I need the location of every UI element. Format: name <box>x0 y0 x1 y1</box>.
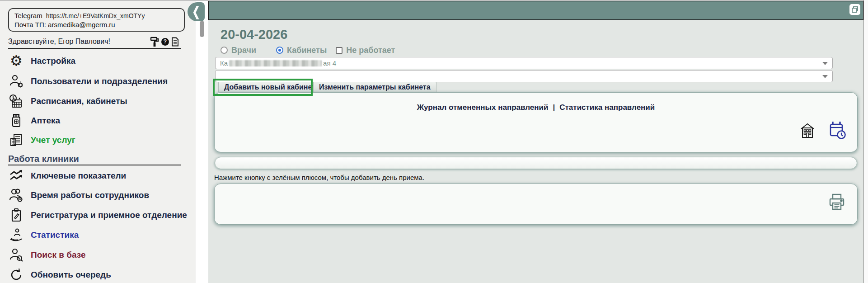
sidebar-item-services-accounting[interactable]: Учет услуг <box>8 130 189 150</box>
pharmacy-icon <box>8 113 24 129</box>
chevron-left-icon: ❮ <box>192 5 200 19</box>
statistics-hand-icon <box>8 227 24 243</box>
schedule-calendar-icon <box>8 93 24 109</box>
greeting-text: Здравствуйте, Егор Павлович! <box>8 38 110 46</box>
divider <box>8 165 181 165</box>
main-top-bar <box>208 1 863 20</box>
sidebar-item-label: Учет услуг <box>31 135 75 145</box>
building-icon[interactable] <box>798 122 816 140</box>
sidebar-item-key-metrics[interactable]: Ключевые показатели <box>8 166 189 186</box>
referral-stats-link[interactable]: Статистика направлений <box>559 103 655 112</box>
window-restore-icon <box>852 6 858 13</box>
date-heading: 20-04-2026 <box>221 27 287 42</box>
chevron-down-icon <box>822 62 828 65</box>
gear-icon: ⚙ <box>8 53 24 69</box>
window-restore-button[interactable] <box>849 4 860 15</box>
redacted-text-block <box>229 60 322 66</box>
sidebar-item-label: Аптека <box>31 116 60 126</box>
sidebar-item-label: Ключевые показатели <box>31 171 126 181</box>
content: 20-04-2026 Врачи Кабинеты Не работает Ка… <box>208 20 863 283</box>
secondary-select[interactable] <box>215 70 833 82</box>
user-search-icon <box>8 247 24 263</box>
collapsed-section-bar[interactable] <box>215 157 857 169</box>
key-metrics-icon <box>8 168 24 184</box>
sidebar-item-registry[interactable]: Регистратура и приемное отделение <box>8 205 189 225</box>
main-area: 20-04-2026 Врачи Кабинеты Не работает Ка… <box>208 1 863 283</box>
doctors-radio[interactable] <box>221 47 228 54</box>
calendar-clock-icon[interactable] <box>827 120 847 141</box>
mode-switch-row: Врачи Кабинеты Не работает <box>221 45 395 55</box>
hint-text: Нажмите кнопку с зелёным плюсом, чтобы д… <box>214 174 424 181</box>
registry-clipboard-icon <box>8 207 24 223</box>
chevron-down-icon <box>822 75 828 78</box>
page-scrollbar-track[interactable] <box>863 0 868 283</box>
location-select[interactable]: Каая 4 <box>215 57 833 69</box>
sidebar-item-label: Обновить очередь <box>31 270 111 280</box>
sidebar: Telegramhttps://t.me/+E9VatKmDx_xmOTYy П… <box>0 1 196 283</box>
sidebar-item-label: Поиск в базе <box>31 250 86 260</box>
sidebar-item-database-search[interactable]: Поиск в базе <box>8 245 189 265</box>
support-info-box: Telegramhttps://t.me/+E9VatKmDx_xmOTYy П… <box>8 8 185 32</box>
not-working-checkbox[interactable] <box>336 47 343 54</box>
sidebar-item-schedules-cabinets[interactable]: Расписания, кабинеты <box>8 91 189 111</box>
add-cabinet-button[interactable]: Добавить новый кабинет <box>218 82 321 93</box>
location-select-value-suffix: ая 4 <box>323 59 336 67</box>
sidebar-item-label: Настройка <box>31 56 75 66</box>
sidebar-item-working-hours[interactable]: Время работы сотрудников <box>8 185 189 205</box>
greeting-icons: ? <box>150 37 182 47</box>
sidebar-scrollbar-thumb[interactable] <box>200 21 204 37</box>
mgerm-app: Telegramhttps://t.me/+E9VatKmDx_xmOTYy П… <box>0 0 868 283</box>
sidebar-item-settings[interactable]: ⚙ Настройка <box>8 51 189 71</box>
section-header-clinic-work: Работа клиники <box>8 154 79 164</box>
printer-icon[interactable] <box>827 193 847 214</box>
sidebar-item-refresh-queue[interactable]: Обновить очередь <box>8 265 189 283</box>
sidebar-item-label: Время работы сотрудников <box>31 190 149 200</box>
referral-links-row: Журнал отмененных направлений|Статистика… <box>215 103 857 112</box>
location-select-value-prefix: Ка <box>220 59 228 67</box>
telegram-link[interactable]: https://t.me/+E9VatKmDx_xmOTYy <box>46 12 145 19</box>
divider <box>8 48 181 49</box>
cabinets-radio-label[interactable]: Кабинеты <box>287 46 327 55</box>
sidebar-scrollbar-track[interactable] <box>196 1 208 283</box>
sidebar-item-label: Расписания, кабинеты <box>31 96 127 106</box>
not-working-checkbox-label[interactable]: Не работает <box>346 46 395 55</box>
sidebar-item-statistics[interactable]: Статистика <box>8 225 189 245</box>
referrals-panel: Журнал отмененных направлений|Статистика… <box>214 92 858 152</box>
cancelled-referrals-link[interactable]: Журнал отмененных направлений <box>417 103 549 112</box>
sidebar-item-label: Регистратура и приемное отделение <box>31 210 187 220</box>
support-email-line: Почта ТП: arsmedika@mgerm.ru <box>14 20 178 29</box>
edit-cabinet-button[interactable]: Изменить параметры кабинета <box>313 82 436 93</box>
reception-days-panel <box>214 184 858 225</box>
sidebar-item-pharmacy[interactable]: Аптека <box>8 111 189 131</box>
document-icon[interactable] <box>171 37 179 47</box>
telegram-line: Telegramhttps://t.me/+E9VatKmDx_xmOTYy <box>14 11 178 20</box>
cabinets-radio[interactable] <box>276 47 283 54</box>
links-separator: | <box>553 103 555 112</box>
sidebar-item-label: Пользователи и подразделения <box>31 76 168 86</box>
users-settings-icon <box>8 73 24 90</box>
paint-roller-icon[interactable] <box>150 37 159 47</box>
help-icon[interactable]: ? <box>161 38 169 46</box>
working-hours-icon <box>8 187 24 203</box>
services-accounting-icon <box>8 132 24 148</box>
sidebar-item-label: Статистика <box>31 230 79 240</box>
collapse-sidebar-button[interactable]: ❮ <box>188 2 205 21</box>
doctors-radio-label[interactable]: Врачи <box>231 46 256 55</box>
sidebar-item-users-departments[interactable]: Пользователи и подразделения <box>8 71 189 91</box>
telegram-label: Telegram <box>14 12 42 19</box>
refresh-circle-icon <box>8 267 24 283</box>
